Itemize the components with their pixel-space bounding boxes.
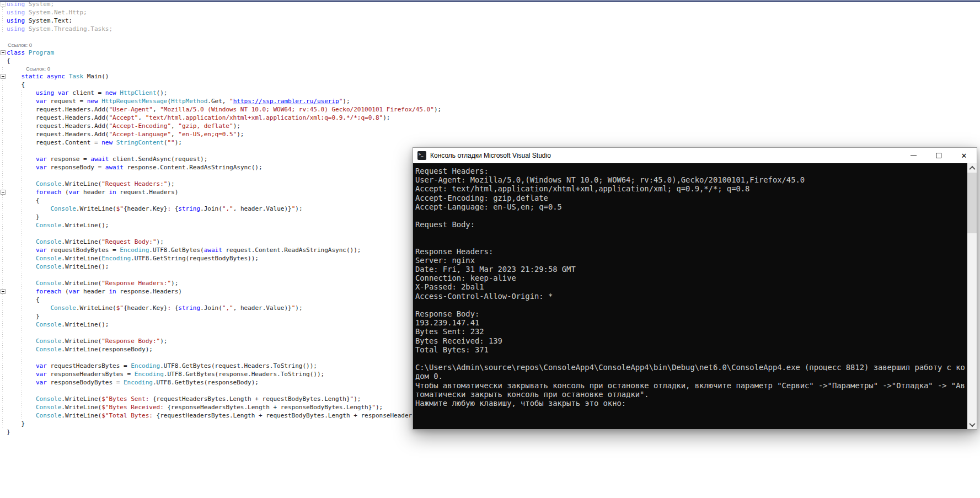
code-line: request.Headers.Add("Accept-Language", "… — [7, 130, 573, 138]
console-line: Request Headers: — [415, 167, 965, 175]
console-line: 193.239.147.41 — [415, 318, 965, 327]
console-line: Total Bytes: 371 — [415, 345, 965, 354]
codelens-references[interactable]: Ссылок: 0 — [7, 65, 573, 72]
console-line: Response Headers: — [415, 247, 965, 256]
console-line: Date: Fri, 31 Mar 2023 21:29:58 GMT — [415, 265, 965, 274]
console-line — [415, 238, 965, 247]
code-line: request.Headers.Add("Accept", "text/html… — [7, 114, 573, 122]
console-line: Bytes Received: 139 — [415, 336, 965, 345]
console-line: Чтобы автоматически закрывать консоль пр… — [415, 381, 965, 390]
code-line: class Program — [7, 49, 573, 57]
code-line: using System.Net.Http; — [7, 8, 573, 17]
console-line: Нажмите любую клавишу, чтобы закрыть это… — [415, 399, 965, 408]
fold-collapse-icon[interactable] — [1, 74, 6, 79]
scroll-down-arrow-icon[interactable] — [967, 420, 977, 429]
console-line: Accept-Encoding: gzip,deflate — [415, 194, 965, 202]
console-app-icon: >_ — [417, 151, 426, 160]
code-line: using System.Threading.Tasks; — [7, 25, 573, 33]
scroll-up-arrow-icon[interactable] — [967, 163, 977, 173]
code-line: var request = new HttpRequestMessage(Htt… — [7, 97, 573, 105]
code-line: request.Headers.Add("Accept-Encoding", "… — [7, 122, 573, 130]
code-line: { — [7, 57, 573, 65]
window-title: Консоль отладки Microsoft Visual Studio — [430, 152, 551, 159]
close-button[interactable]: ✕ — [951, 148, 977, 163]
maximize-button[interactable] — [926, 148, 951, 163]
fold-collapse-icon[interactable] — [1, 2, 6, 7]
console-line: Access-Control-Allow-Origin: * — [415, 292, 965, 301]
debug-console-window: >_ Консоль отладки Microsoft Visual Stud… — [413, 147, 977, 430]
console-line: Response Body: — [415, 309, 965, 318]
console-line — [415, 229, 965, 238]
scrollbar-thumb[interactable] — [967, 173, 977, 233]
console-line: томатически закрыть консоль при остановк… — [415, 390, 965, 399]
vs-editor-screen: using System;using System.Net.Http;using… — [0, 0, 980, 498]
console-lines-container: Request Headers:User-Agent: Mozilla/5.0,… — [415, 167, 965, 408]
minimize-button[interactable] — [901, 148, 926, 163]
code-line: request.Content = new StringContent(""); — [7, 138, 573, 147]
codelens-references[interactable]: Ссылок: 0 — [7, 41, 573, 49]
console-line: X-Passed: 2bal1 — [415, 282, 965, 291]
code-line: request.Headers.Add("User-Agent", "Mozil… — [7, 105, 573, 114]
console-line: Bytes Sent: 232 — [415, 327, 965, 336]
code-line: using System.Text; — [7, 17, 573, 25]
code-line: using System; — [7, 0, 573, 8]
console-line: Connection: keep-alive — [415, 274, 965, 282]
minimize-icon — [911, 156, 917, 156]
console-line: Accept-Language: en-US,en; q=0.5 — [415, 202, 965, 211]
indent-guide — [2, 67, 3, 429]
console-line: дом 0. — [415, 372, 965, 381]
console-line: C:\Users\Admin\source\repos\ConsoleApp4\… — [415, 363, 965, 372]
console-scrollbar[interactable] — [967, 163, 977, 429]
indent-guide — [2, 7, 3, 33]
window-titlebar[interactable]: >_ Консоль отладки Microsoft Visual Stud… — [413, 148, 977, 163]
code-line — [7, 33, 573, 41]
console-line — [415, 301, 965, 309]
maximize-icon — [936, 153, 941, 158]
code-line: using var client = new HttpClient(); — [7, 89, 573, 97]
fold-collapse-icon[interactable] — [1, 50, 6, 55]
console-line: User-Agent: Mozilla/5.0,(Windows NT 10.0… — [415, 175, 965, 184]
console-line: Request Body: — [415, 220, 965, 229]
code-line: { — [7, 81, 573, 89]
console-output[interactable]: Request Headers:User-Agent: Mozilla/5.0,… — [413, 163, 977, 429]
console-line — [415, 211, 965, 220]
fold-collapse-icon[interactable] — [1, 190, 6, 195]
code-line: static async Task Main() — [7, 72, 573, 81]
console-line: Server: nginx — [415, 256, 965, 265]
fold-collapse-icon[interactable] — [1, 289, 6, 294]
console-line: Accept: text/html,application/xhtml+xml,… — [415, 184, 965, 193]
console-line — [415, 354, 965, 363]
